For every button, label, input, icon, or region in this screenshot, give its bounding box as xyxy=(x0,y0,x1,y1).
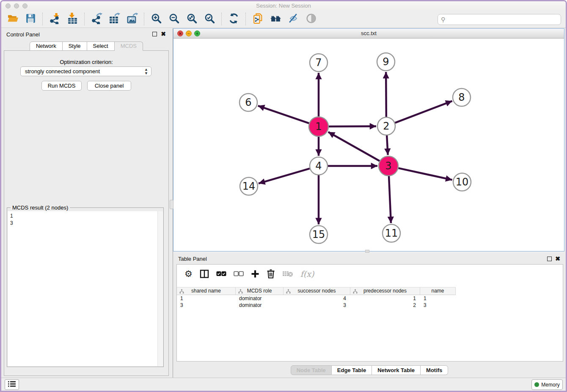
cell-name[interactable]: 3 xyxy=(420,302,456,309)
import-network-button[interactable] xyxy=(46,11,63,27)
memory-button[interactable]: Memory xyxy=(531,379,563,390)
node-8[interactable]: 8 xyxy=(453,88,471,106)
edge-3-1[interactable] xyxy=(328,132,380,161)
float-table-panel-icon[interactable] xyxy=(547,257,552,261)
edge-1-2[interactable] xyxy=(329,126,376,127)
search-input[interactable]: ⚲ xyxy=(438,14,561,25)
float-panel-icon[interactable] xyxy=(152,32,157,36)
add-column-icon[interactable] xyxy=(251,268,259,280)
share-network-button[interactable] xyxy=(249,11,267,27)
column-header-shared-name[interactable]: shared name xyxy=(177,287,236,295)
window-title: Session: New Session xyxy=(1,1,566,11)
edge-4-14[interactable] xyxy=(259,168,310,183)
table-tab-network-table[interactable]: Network Table xyxy=(372,365,421,375)
cell-shared-name[interactable]: 3 xyxy=(177,302,236,309)
cell-predecessor-nodes[interactable]: 2 xyxy=(350,302,420,309)
table-tab-motifs[interactable]: Motifs xyxy=(421,365,448,375)
mcds-result-title: MCDS result (2 nodes) xyxy=(11,204,70,211)
cell-name[interactable]: 1 xyxy=(420,295,456,302)
zoom-out-button[interactable] xyxy=(165,11,183,27)
cell-MCDS-role[interactable]: dominator xyxy=(236,295,284,302)
node-15[interactable]: 15 xyxy=(310,226,328,243)
criterion-select[interactable]: strongly connected component ▲▼ xyxy=(20,66,151,76)
birds-eye-view-button[interactable] xyxy=(302,11,320,27)
node-7[interactable]: 7 xyxy=(310,54,328,72)
toggle-graphics-details-button[interactable] xyxy=(284,11,302,27)
show-columns-icon[interactable] xyxy=(200,268,209,280)
save-session-button[interactable] xyxy=(22,11,39,27)
control-panel-title: Control Panel xyxy=(6,31,40,38)
main-toolbar: ⚲ xyxy=(1,11,566,28)
fit-content-button[interactable] xyxy=(183,11,201,27)
node-3[interactable]: 3 xyxy=(379,156,398,176)
control-tab-style[interactable]: Style xyxy=(63,41,87,51)
result-scrollbar[interactable] xyxy=(157,211,163,366)
node-1[interactable]: 1 xyxy=(309,117,328,136)
zoom-in-button[interactable] xyxy=(147,11,165,27)
select-all-icon[interactable] xyxy=(216,268,226,280)
close-table-panel-icon[interactable]: ✖ xyxy=(555,255,560,262)
close-panel-button[interactable]: Close panel xyxy=(87,81,131,91)
svg-text:11: 11 xyxy=(385,227,398,239)
node-14[interactable]: 14 xyxy=(240,177,258,195)
table-row[interactable]: 3dominator323 xyxy=(177,302,456,309)
column-header-successor-nodes[interactable]: successor nodes xyxy=(284,287,350,295)
edge-3-11[interactable] xyxy=(389,176,391,223)
zoom-selected-button[interactable] xyxy=(201,11,218,27)
network-canvas[interactable]: 1234678910111415 xyxy=(173,39,564,251)
node-10[interactable]: 10 xyxy=(453,173,471,191)
maximize-view-button[interactable]: + xyxy=(194,30,200,36)
close-view-button[interactable]: ✕ xyxy=(177,30,183,36)
open-file-button[interactable] xyxy=(4,11,22,27)
edge-1-6[interactable] xyxy=(258,106,309,123)
run-mcds-button[interactable]: Run MCDS xyxy=(41,81,82,91)
node-9[interactable]: 9 xyxy=(377,53,395,71)
node-6[interactable]: 6 xyxy=(239,94,257,111)
cell-successor-nodes[interactable]: 4 xyxy=(284,295,350,302)
function-builder-icon[interactable]: f(x) xyxy=(300,268,314,280)
table-options-icon[interactable]: ⚙ xyxy=(184,268,193,280)
deselect-all-icon[interactable] xyxy=(234,268,244,280)
table-tab-node-table[interactable]: Node Table xyxy=(291,365,332,375)
control-tab-select[interactable]: Select xyxy=(87,41,115,51)
table-row[interactable]: 1dominator411 xyxy=(177,295,456,302)
cell-predecessor-nodes[interactable]: 1 xyxy=(350,295,420,302)
mcds-result-text[interactable]: 1 3 xyxy=(8,211,163,366)
network-view-window: ✕ − + scc.txt 1234678910111415 xyxy=(173,28,564,251)
export-image-button[interactable] xyxy=(123,11,141,27)
panel-divider-handle[interactable] xyxy=(170,200,173,209)
cell-MCDS-role[interactable]: dominator xyxy=(236,302,284,309)
control-tab-network[interactable]: Network xyxy=(30,41,63,51)
cell-successor-nodes[interactable]: 3 xyxy=(284,302,350,309)
table-tab-edge-table[interactable]: Edge Table xyxy=(332,365,372,375)
column-header-predecessor-nodes[interactable]: predecessor nodes xyxy=(350,287,420,295)
node-11[interactable]: 11 xyxy=(383,224,400,242)
home-button[interactable] xyxy=(267,11,284,27)
split-divider-handle[interactable] xyxy=(365,250,369,253)
export-table-button[interactable] xyxy=(105,11,123,27)
column-header-MCDS-role[interactable]: MCDS role xyxy=(236,287,284,295)
apply-preferred-layout-button[interactable] xyxy=(225,11,242,27)
floppy-disk-icon xyxy=(25,13,36,26)
close-window-button[interactable] xyxy=(6,3,11,8)
mcds-result-box: MCDS result (2 nodes) 1 3 xyxy=(7,207,164,367)
edge-2-3[interactable] xyxy=(387,135,388,155)
control-tab-mcds[interactable]: MCDS xyxy=(115,41,143,51)
minimize-window-button[interactable] xyxy=(14,3,19,8)
import-table-button[interactable] xyxy=(63,11,81,27)
node-4[interactable]: 4 xyxy=(310,157,328,175)
task-history-button[interactable] xyxy=(5,379,19,390)
zoom-window-button[interactable] xyxy=(22,3,28,8)
edge-3-10[interactable] xyxy=(398,168,452,180)
node-2[interactable]: 2 xyxy=(377,117,395,135)
column-header-name[interactable]: name xyxy=(420,287,456,295)
delete-column-icon[interactable] xyxy=(267,268,275,280)
export-network-button[interactable] xyxy=(88,11,105,27)
edge-2-8[interactable] xyxy=(395,101,452,123)
edge-2-9[interactable] xyxy=(386,72,386,117)
export-image-icon xyxy=(127,13,138,26)
minimize-view-button[interactable]: − xyxy=(186,30,192,36)
close-panel-icon[interactable]: ✖ xyxy=(161,30,166,37)
cell-shared-name[interactable]: 1 xyxy=(177,295,236,302)
delete-table-icon[interactable] xyxy=(282,268,293,280)
